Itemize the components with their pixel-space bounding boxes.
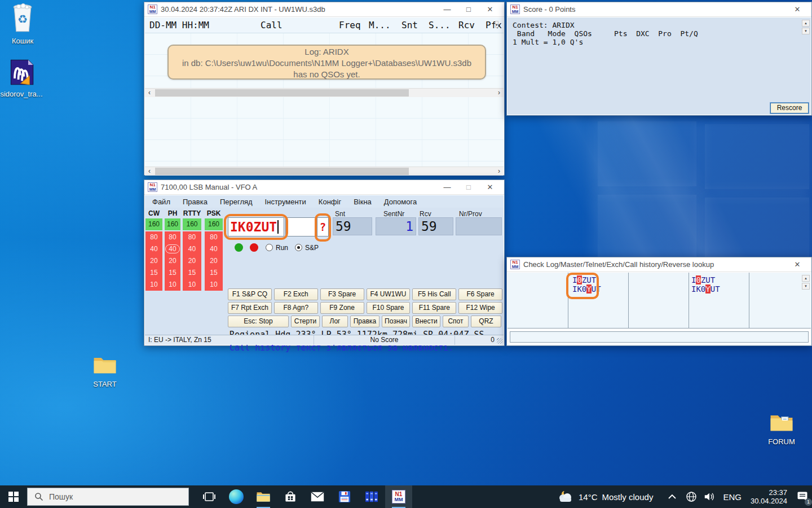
band-button[interactable]: 15 [145, 267, 162, 279]
f1-button[interactable]: F1 S&P CQ [228, 288, 272, 300]
column-header[interactable]: Snt [401, 20, 418, 30]
band-button[interactable]: 15 [183, 267, 201, 279]
close-button[interactable]: ✕ [787, 260, 808, 269]
check-scroll-spinner[interactable]: ▲ ▼ [802, 275, 810, 290]
resize-grip[interactable] [497, 338, 502, 344]
notification-center-button[interactable]: 1 [793, 485, 812, 508]
f6-button[interactable]: F6 Spare [458, 288, 502, 300]
run-radio-label[interactable]: Run [276, 244, 288, 252]
menu-config[interactable]: Конфіг [319, 198, 341, 206]
clock[interactable]: 23:37 30.04.2024 [751, 488, 787, 505]
column-header[interactable]: M... [369, 20, 391, 30]
language-indicator[interactable]: ENG [723, 492, 742, 502]
scroll-left-icon[interactable]: ‹ [145, 89, 154, 97]
sp-radio-label[interactable]: S&P [305, 244, 319, 252]
desktop-icon-recycle-bin[interactable]: ♻ Кошик [1, 3, 44, 45]
f10-button[interactable]: F10 Spare [367, 302, 411, 314]
scroll-down-icon[interactable]: ▼ [495, 21, 498, 28]
check-window-titlebar[interactable]: N1MM Check Log/Master/Telnet/Exch/Call h… [507, 257, 811, 272]
f7-button[interactable]: F7 Rpt Exch [228, 302, 272, 314]
band-button[interactable]: 80 [145, 231, 162, 243]
callsign-input[interactable]: IK0ZUT [228, 217, 284, 237]
check-call-suggestion[interactable]: I0ZUTIK0YUT [572, 275, 601, 294]
sp-radio[interactable] [295, 244, 302, 251]
band-button[interactable]: 15 [165, 267, 180, 279]
minimize-button[interactable]: — [436, 183, 458, 191]
scroll-down-icon[interactable]: ▼ [802, 28, 810, 34]
band-button[interactable]: 20 [165, 255, 180, 267]
band-button[interactable]: 15 [205, 267, 223, 279]
band-button[interactable]: 20 [145, 255, 162, 267]
band-button[interactable]: 80 [165, 231, 180, 243]
minimize-button[interactable]: — [436, 5, 458, 14]
close-button[interactable]: ✕ [787, 5, 808, 14]
log-button[interactable]: Лог [322, 316, 348, 327]
log-window-titlebar[interactable]: N1MM 30.04.2024 20:37:42Z ARI DX INT - U… [144, 2, 504, 17]
edge-browser-button[interactable] [223, 485, 250, 508]
f5-button[interactable]: F5 His Call [412, 288, 456, 300]
column-header[interactable]: Rcv [458, 20, 475, 30]
band-button[interactable]: 160 [145, 218, 162, 230]
menu-view[interactable]: Перегляд [220, 198, 253, 206]
desktop-icon-forum-folder[interactable]: FORUM [760, 412, 803, 446]
f8-button[interactable]: F8 Agn? [274, 302, 318, 314]
horizontal-scrollbar[interactable]: ‹ › [145, 167, 504, 176]
band-button[interactable]: 80 [205, 231, 223, 243]
f3-button[interactable]: F3 Spare [320, 288, 364, 300]
menu-tools[interactable]: Інструменти [265, 198, 306, 206]
run-radio[interactable] [266, 244, 273, 251]
close-button[interactable]: ✕ [479, 5, 501, 14]
store-button[interactable] [277, 485, 304, 508]
entry-window-titlebar[interactable]: N1MM 7100,00 LSB Manual - VFO A — □ ✕ [144, 180, 504, 195]
desktop-icon-sidorov-file[interactable]: sidorov_tra... [0, 59, 43, 98]
start-button[interactable] [0, 485, 27, 508]
column-header[interactable]: S... [429, 20, 451, 30]
score-window-titlebar[interactable]: N1MM Score - 0 Points ✕ [507, 2, 811, 17]
band-button[interactable]: 10 [205, 279, 223, 291]
column-header[interactable]: DD-MM HH:MM [149, 20, 209, 30]
store-button[interactable]: Внести [412, 316, 440, 327]
mail-button[interactable] [304, 485, 331, 508]
scroll-down-icon[interactable]: ▼ [802, 283, 810, 290]
f12-button[interactable]: F12 Wipe [458, 302, 502, 314]
score-scroll-spinner[interactable]: ▲ ▼ [802, 20, 810, 34]
f2-button[interactable]: F2 Exch [274, 288, 318, 300]
spot-button[interactable]: Спот [443, 316, 469, 327]
column-header[interactable]: Pfx [486, 20, 502, 30]
n1mm-taskbar-button[interactable]: N1MM [385, 485, 412, 508]
wipe-button[interactable]: Стерти [291, 316, 320, 327]
band-button[interactable]: 40 [145, 243, 162, 255]
band-button-selected[interactable]: 40 [165, 243, 180, 255]
band-button[interactable]: 40 [183, 243, 201, 255]
band-button[interactable]: 20 [205, 255, 223, 267]
maximize-button[interactable]: □ [458, 183, 479, 191]
file-explorer-button[interactable] [250, 485, 277, 508]
scroll-up-icon[interactable]: ▲ [802, 20, 810, 27]
snt-field[interactable]: 59 [333, 217, 372, 235]
task-view-button[interactable] [196, 485, 223, 508]
wildcard-button[interactable]: ? [317, 217, 329, 237]
weather-description[interactable]: Mostly cloudy [602, 492, 654, 502]
desktop-icon-start-folder[interactable]: START [83, 354, 126, 388]
edit-button[interactable]: Правка [350, 316, 379, 327]
band-button[interactable]: 10 [165, 279, 180, 291]
column-header[interactable]: Call [261, 20, 283, 30]
exchange-input[interactable] [285, 217, 316, 237]
maximize-button[interactable]: □ [458, 5, 479, 14]
menu-windows[interactable]: Вікна [354, 198, 372, 206]
esc-stop-button[interactable]: Esc: Stop [228, 316, 289, 327]
scrollbar-thumb[interactable] [155, 168, 409, 175]
mark-button[interactable]: Познач [382, 316, 410, 327]
band-button[interactable]: 40 [205, 243, 223, 255]
band-button[interactable]: 10 [145, 279, 162, 291]
volume-icon[interactable] [704, 492, 715, 502]
rescore-button[interactable]: Rescore [770, 103, 809, 113]
scroll-right-icon[interactable]: › [495, 89, 504, 97]
network-globe-icon[interactable] [686, 491, 697, 502]
archive-app-button[interactable] [358, 485, 385, 508]
menu-edit[interactable]: Правка [183, 198, 208, 206]
scroll-up-icon[interactable]: ▲ [802, 275, 810, 282]
f11-button[interactable]: F11 Spare [412, 302, 456, 314]
f4-button[interactable]: F4 UW1WU [367, 288, 411, 300]
band-button[interactable]: 20 [183, 255, 201, 267]
